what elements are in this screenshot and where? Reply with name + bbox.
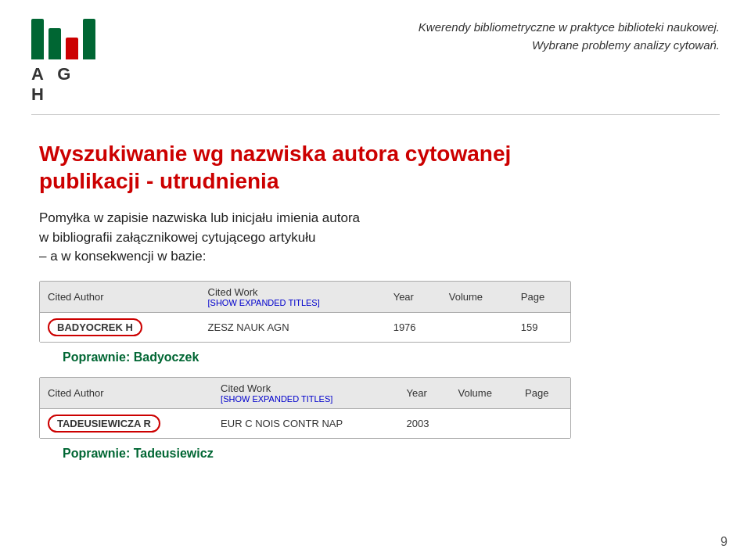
table1-correction: Poprawnie: Badyoczek [63,350,712,364]
table2: Cited Author Cited Work [SHOW EXPANDED T… [40,378,570,438]
table2-col-year: Year [399,378,451,409]
logo-bar-4 [83,19,95,59]
table1-col-year: Year [386,282,441,313]
table2-col-page: Page [517,378,570,409]
table2-col-cited-author: Cited Author [40,378,213,409]
table1-col-volume: Volume [441,282,513,313]
header: A G H Kwerendy bibliometryczne w praktyc… [0,0,751,105]
logo-bar-2 [49,28,61,59]
table2-author-cell: TADEUSIEWICZA R [40,408,213,438]
table1-volume-cell [441,312,513,342]
logo-bar-1 [31,19,44,59]
main-content: Wyszukiwanie wg nazwiska autora cytowane… [0,124,751,461]
table2-correction: Poprawnie: Tadeusiewicz [63,447,712,461]
table2-data-row: TADEUSIEWICZA R EUR C NOIS CONTR NAP 200… [40,408,570,438]
table1-work-cell: ZESZ NAUK AGN [200,312,386,342]
table1-author-cell: BADYOCREK H [40,312,200,342]
logo-bar-3 [66,38,78,59]
table1-author-highlight: BADYOCREK H [48,318,142,336]
logo-text: A G H [31,64,102,105]
slide-body-line2: w bibliografii załącznikowej cytującego … [39,230,315,245]
slide-body-line3: – a w konsekwencji w bazie: [39,249,207,264]
table2-wrapper: Cited Author Cited Work [SHOW EXPANDED T… [39,377,571,439]
table2-col-volume: Volume [451,378,517,409]
table2-page-cell [517,408,570,438]
header-title-line1: Kwerendy bibliometryczne w praktyce bibl… [419,19,720,37]
slide-title: Wyszukiwanie wg nazwiska autora cytowane… [39,140,712,195]
table2-year-cell: 2003 [399,408,451,438]
table2-volume-cell [451,408,517,438]
slide-body-line1: Pomyłka w zapisie nazwiska lub inicjału … [39,210,360,225]
table2-header-row: Cited Author Cited Work [SHOW EXPANDED T… [40,378,570,409]
header-title-line2: Wybrane problemy analizy cytowań. [419,37,720,55]
logo: A G H [31,19,102,105]
header-divider [31,114,720,115]
table1-wrapper: Cited Author Cited Work [SHOW EXPANDED T… [39,281,571,343]
slide-body: Pomyłka w zapisie nazwiska lub inicjału … [39,209,712,267]
table1-col-page: Page [513,282,570,313]
table1-col-cited-author: Cited Author [40,282,200,313]
table2-col-cited-work-sub[interactable]: [SHOW EXPANDED TITLES] [221,394,390,404]
table1-header-row: Cited Author Cited Work [SHOW EXPANDED T… [40,282,570,313]
table1-col-cited-work-sub[interactable]: [SHOW EXPANDED TITLES] [208,298,378,307]
table2-work-cell: EUR C NOIS CONTR NAP [213,408,398,438]
table2-col-cited-work: Cited Work [SHOW EXPANDED TITLES] [213,378,398,409]
table1-page-cell: 159 [513,312,570,342]
slide-title-line1: Wyszukiwanie wg nazwiska autora cytowane… [39,142,511,166]
page-number: 9 [720,535,728,549]
table1-col-cited-work: Cited Work [SHOW EXPANDED TITLES] [200,282,386,313]
table1-data-row: BADYOCREK H ZESZ NAUK AGN 1976 159 [40,312,570,342]
table1: Cited Author Cited Work [SHOW EXPANDED T… [40,282,570,342]
logo-bars [31,19,102,59]
table1-year-cell: 1976 [386,312,441,342]
table2-author-highlight: TADEUSIEWICZA R [48,415,160,433]
slide-title-line2: publikacji - utrudnienia [39,169,278,193]
header-title: Kwerendy bibliometryczne w praktyce bibl… [419,19,720,54]
